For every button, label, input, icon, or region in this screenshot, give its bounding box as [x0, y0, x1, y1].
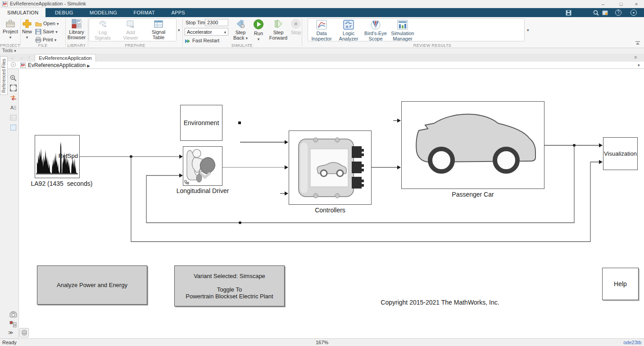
review-gallery-dropdown-icon[interactable]: ▾ — [527, 28, 529, 32]
stacked-data-icon — [22, 330, 27, 336]
tab-format[interactable]: FORMAT — [126, 8, 162, 17]
visualization-label: Visualization — [604, 150, 637, 157]
close-button[interactable]: × — [629, 0, 644, 8]
tab-debug[interactable]: DEBUG — [48, 8, 81, 17]
tools-bar: Tools ▾ — [0, 48, 644, 54]
section-label-simulate: SIMULATE — [182, 43, 302, 48]
add-viewer-icon — [126, 20, 136, 29]
nav-forward-icon[interactable]: → — [19, 54, 24, 60]
breadcrumb[interactable]: EvReferenceApplication ▶ — [28, 62, 90, 68]
fit-to-view-icon[interactable] — [9, 84, 17, 92]
tab-simulation[interactable]: SIMULATION — [0, 8, 45, 17]
annotation-icon[interactable]: A — [9, 104, 17, 112]
breadcrumb-bar: + EvReferenceApplication ▶ ▾ — [0, 62, 644, 69]
zoom-in-icon[interactable] — [9, 74, 17, 82]
status-ready: Ready — [2, 340, 17, 345]
new-button[interactable]: New ▾ — [21, 19, 33, 40]
help-icon[interactable]: ? — [615, 9, 621, 16]
environment-label: Environment — [184, 119, 219, 126]
signal-table-icon — [154, 20, 163, 28]
breadcrumb-arrow-icon: ▶ — [87, 64, 90, 68]
prepare-gallery-dropdown-icon[interactable]: ▾ — [178, 28, 180, 32]
simulink-app-icon — [2, 1, 8, 7]
passenger-car-block[interactable] — [401, 101, 544, 189]
library-browser-icon — [72, 19, 82, 28]
step-back-button[interactable]: Step Back ▾ — [232, 19, 249, 41]
drive-cycle-label: LA92 (1435 seconds) — [19, 180, 104, 187]
maximize-button[interactable]: □ — [613, 0, 629, 8]
signal-table-button[interactable]: Signal Table — [147, 20, 170, 40]
help-block[interactable]: Help — [602, 268, 639, 300]
run-icon — [253, 19, 264, 30]
tab-apps[interactable]: APPS — [164, 8, 192, 17]
controllers-block[interactable] — [289, 130, 372, 205]
tools-menu[interactable]: Tools ▾ — [2, 48, 16, 53]
simulation-mode-select[interactable]: Accelerator ▾ — [185, 28, 228, 36]
section-label-review: REVIEW RESULTS — [302, 43, 563, 48]
data-inspector-button[interactable]: Data Inspector — [310, 20, 333, 41]
stop-button[interactable]: Stop — [290, 19, 302, 35]
nav-up-icon[interactable]: ↑ — [28, 54, 31, 60]
title-bar: EvReferenceApplication - Simulink – □ × — [0, 0, 644, 8]
document-tab-evreferenceapplication[interactable]: EvReferenceApplication — [35, 54, 96, 62]
image-icon[interactable] — [9, 114, 17, 121]
breadcrumb-dropdown-icon[interactable]: ▾ — [638, 63, 640, 67]
referenced-files-tab[interactable]: Referenced Files — [0, 56, 8, 95]
explorer-bar-toggle-icon[interactable]: + — [11, 62, 16, 67]
open-button[interactable]: Open ▾ — [35, 20, 59, 27]
nav-back-icon[interactable]: ← — [10, 54, 15, 60]
project-button[interactable]: Project ▾ — [1, 19, 20, 40]
show-more-icon[interactable]: ≫ — [8, 330, 14, 336]
status-zoom-level: 167% — [316, 340, 328, 345]
environment-block[interactable]: Environment — [180, 105, 222, 141]
viewmarks-camera-icon[interactable] — [9, 311, 17, 319]
logic-analyzer-button[interactable]: Logic Analyzer — [337, 20, 360, 41]
model-canvas[interactable]: RefSpd LA92 (1435 seconds) Environment L… — [19, 69, 644, 338]
tab-list-icon[interactable]: ≡ — [634, 54, 637, 60]
analyze-power-energy-button[interactable]: Analyze Power and Energy — [37, 265, 147, 305]
log-signals-icon — [98, 20, 108, 29]
print-button[interactable]: Print ▾ — [35, 36, 56, 44]
section-label-prepare: PREPARE — [88, 43, 182, 48]
add-viewer-button[interactable]: Add Viewer — [119, 20, 142, 40]
step-forward-button[interactable]: Step Forward — [268, 19, 288, 40]
minimize-button[interactable]: – — [595, 0, 611, 8]
toolstrip-options-icon[interactable]: ▾ — [630, 9, 637, 16]
simulation-manager-icon — [397, 20, 408, 30]
window-title: EvReferenceApplication - Simulink — [10, 1, 86, 6]
svg-text:A: A — [10, 105, 14, 110]
model-browser-icon[interactable] — [9, 321, 17, 328]
quick-save-icon[interactable] — [566, 10, 571, 16]
collapse-ribbon-icon[interactable] — [635, 41, 640, 45]
birdseye-scope-icon — [370, 20, 381, 30]
library-browser-button[interactable]: Library Browser — [67, 19, 86, 40]
variant-toggle-button[interactable]: Variant Selected: Simscape Toggle To Pow… — [174, 265, 285, 306]
simulation-manager-button[interactable]: Simulation Manager — [390, 20, 415, 41]
toolstrip-ribbon: Project ▾ PROJECT New ▾ Open ▾ Save ▾ Pr… — [0, 17, 644, 48]
print-icon — [35, 37, 41, 43]
area-icon[interactable] — [9, 124, 17, 131]
driver-icon — [183, 147, 221, 184]
status-solver[interactable]: ode23tb — [623, 340, 641, 345]
run-button[interactable]: Run ▾ — [251, 19, 266, 41]
signal-routing-icon[interactable] — [9, 94, 17, 102]
data-inspector-icon — [316, 20, 327, 30]
copyright-annotation: Copyright 2015-2021 The MathWorks, Inc. — [370, 299, 510, 306]
save-button[interactable]: Save ▾ — [35, 28, 58, 36]
longitudinal-driver-block[interactable] — [183, 146, 222, 186]
drive-cycle-block[interactable]: RefSpd — [35, 135, 80, 178]
search-icon[interactable] — [593, 10, 599, 16]
document-tab-bar: ← → ↑ ≡ — [0, 54, 644, 62]
status-bar: Ready 167% ode23tb — [0, 338, 644, 346]
screenshot-icon[interactable] — [602, 10, 608, 16]
hide-model-browser-button[interactable] — [19, 328, 29, 337]
stop-time-input[interactable] — [205, 19, 228, 26]
port-label-refspd: RefSpd — [59, 153, 78, 159]
log-signals-button[interactable]: Log Signals — [91, 20, 114, 40]
tab-modeling[interactable]: MODELING — [82, 8, 124, 17]
birdseye-scope-button[interactable]: Bird's-Eye Scope — [363, 20, 389, 41]
driver-label: Longitudinal Driver — [169, 187, 236, 194]
mode-dropdown-icon: ▾ — [224, 29, 226, 36]
step-forward-icon — [273, 19, 284, 29]
visualization-block[interactable]: Visualization — [603, 137, 638, 170]
